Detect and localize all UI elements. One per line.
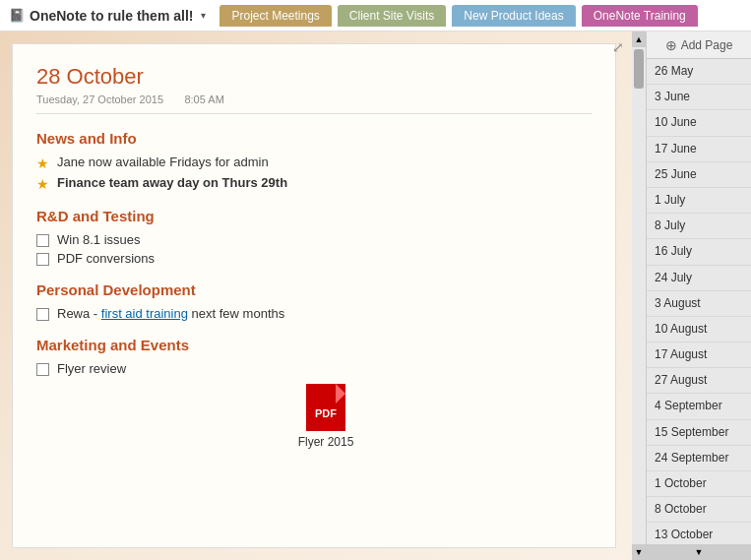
tabs: Project Meetings Client Site Visits New … bbox=[218, 5, 699, 27]
page-list-item[interactable]: 1 July bbox=[647, 188, 751, 214]
sidebar-scroll-down[interactable]: ▼ bbox=[647, 544, 751, 560]
page-title: 28 October bbox=[36, 64, 592, 90]
checkbox-3[interactable] bbox=[36, 308, 49, 321]
content-scrollbar: ▲ ▼ bbox=[632, 31, 646, 560]
meta-date: Tuesday, 27 October 2015 bbox=[36, 93, 163, 105]
page-list-item[interactable]: 13 October bbox=[647, 523, 751, 544]
notebook-icon: 📓 bbox=[8, 7, 26, 25]
page-list-item[interactable]: 10 June bbox=[647, 110, 751, 136]
page-list-item[interactable]: 24 July bbox=[647, 266, 751, 291]
page-list-item[interactable]: 15 September bbox=[647, 420, 751, 446]
add-page-button[interactable]: ⊕ Add Page bbox=[647, 31, 751, 59]
news-item-1: Jane now available Fridays for admin bbox=[57, 155, 269, 169]
checkbox-1[interactable] bbox=[36, 234, 49, 247]
top-bar: 📓 OneNote to rule them all! ▾ Project Me… bbox=[0, 0, 751, 31]
pages-list: 26 May3 June10 June17 June25 June1 July8… bbox=[647, 59, 751, 544]
page-list-item[interactable]: 16 July bbox=[647, 239, 751, 265]
list-item: Rewa - first aid training next few month… bbox=[36, 306, 592, 321]
page-list-item[interactable]: 3 August bbox=[647, 291, 751, 317]
first-aid-training-link[interactable]: first aid training bbox=[101, 306, 188, 321]
page-list-item[interactable]: 8 October bbox=[647, 497, 751, 523]
pdf-attachment: PDF Flyer 2015 bbox=[60, 384, 592, 449]
page-list-item[interactable]: 24 September bbox=[647, 446, 751, 471]
checkbox-2[interactable] bbox=[36, 253, 49, 266]
meta-time: 8:05 AM bbox=[184, 93, 223, 105]
page-meta: Tuesday, 27 October 2015 8:05 AM bbox=[36, 93, 592, 114]
page-list-item[interactable]: 25 June bbox=[647, 162, 751, 188]
star-icon: ★ bbox=[36, 176, 49, 192]
list-item: PDF conversions bbox=[36, 251, 592, 266]
right-sidebar: ⊕ Add Page 26 May3 June10 June17 June25 … bbox=[646, 31, 751, 560]
tab-new-product-ideas[interactable]: New Product Ideas bbox=[452, 5, 575, 27]
tab-project-meetings[interactable]: Project Meetings bbox=[219, 5, 331, 27]
scroll-thumb[interactable] bbox=[634, 49, 644, 89]
pdf-icon: PDF bbox=[306, 384, 345, 431]
news-item-2: Finance team away day on Thurs 29th bbox=[57, 175, 287, 190]
page-list-item[interactable]: 4 September bbox=[647, 394, 751, 419]
page-list-item[interactable]: 10 August bbox=[647, 317, 751, 342]
list-item: ★ Jane now available Fridays for admin bbox=[36, 155, 592, 171]
scroll-down-button[interactable]: ▼ bbox=[632, 544, 646, 560]
star-icon: ★ bbox=[36, 156, 49, 171]
pdf-filename: Flyer 2015 bbox=[298, 435, 354, 449]
list-item: ★ Finance team away day on Thurs 29th bbox=[36, 175, 592, 192]
section-rd-testing: R&D and Testing bbox=[36, 208, 592, 224]
pdf-icon-label: PDF bbox=[315, 407, 337, 419]
news-item-2-bold: Finance team away day on Thurs 29th bbox=[57, 175, 287, 190]
marketing-item-1: Flyer review bbox=[57, 361, 126, 376]
section-marketing: Marketing and Events bbox=[36, 337, 592, 353]
add-page-icon: ⊕ bbox=[665, 37, 677, 53]
tab-client-site-visits[interactable]: Client Site Visits bbox=[338, 5, 446, 27]
notebook-title: OneNote to rule them all! bbox=[30, 8, 193, 24]
dropdown-arrow[interactable]: ▾ bbox=[201, 10, 206, 21]
tab-onenote-training[interactable]: OneNote Training bbox=[582, 5, 698, 27]
page-list-item[interactable]: 17 June bbox=[647, 137, 751, 162]
scroll-up-button[interactable]: ▲ bbox=[632, 31, 646, 47]
page-content: 28 October Tuesday, 27 October 2015 8:05… bbox=[12, 43, 616, 548]
page-list-item[interactable]: 3 June bbox=[647, 85, 751, 110]
personal-item-1: Rewa - first aid training next few month… bbox=[57, 306, 284, 321]
page-list-item[interactable]: 27 August bbox=[647, 368, 751, 394]
main-layout: ⤢ 28 October Tuesday, 27 October 2015 8:… bbox=[0, 31, 751, 560]
list-item: Flyer review bbox=[36, 361, 592, 376]
rd-item-1: Win 8.1 issues bbox=[57, 232, 141, 247]
rd-item-2: PDF conversions bbox=[57, 251, 155, 266]
page-list-item[interactable]: 8 July bbox=[647, 214, 751, 239]
section-news-info: News and Info bbox=[36, 130, 592, 147]
add-page-label: Add Page bbox=[681, 38, 733, 52]
checkbox-4[interactable] bbox=[36, 363, 49, 376]
page-list-item[interactable]: 17 August bbox=[647, 342, 751, 368]
page-list-item[interactable]: 26 May bbox=[647, 59, 751, 85]
list-item: Win 8.1 issues bbox=[36, 232, 592, 247]
page-list-item[interactable]: 1 October bbox=[647, 471, 751, 497]
section-personal-dev: Personal Development bbox=[36, 281, 592, 298]
expand-button[interactable]: ⤢ bbox=[612, 39, 624, 55]
content-area: ⤢ 28 October Tuesday, 27 October 2015 8:… bbox=[0, 31, 632, 560]
